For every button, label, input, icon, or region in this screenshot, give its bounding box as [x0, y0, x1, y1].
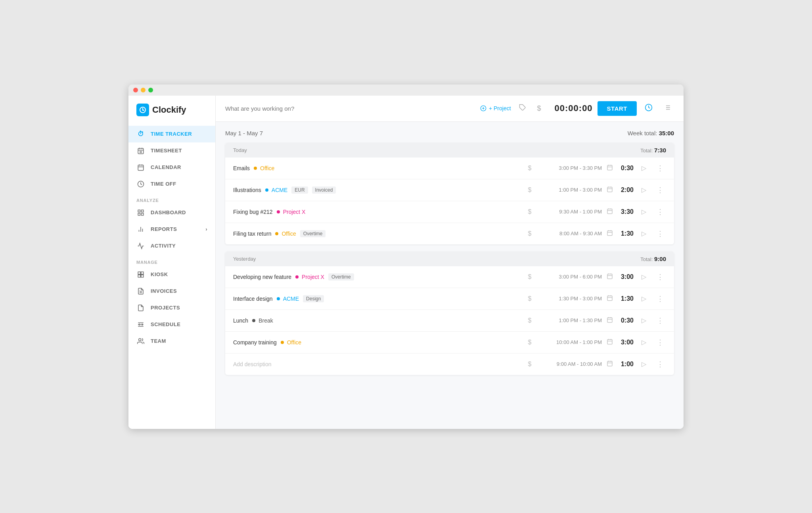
project-name: Project X	[283, 209, 306, 215]
svg-rect-13	[138, 213, 140, 215]
play-button[interactable]: ▷	[638, 228, 649, 239]
sidebar-item-invoices[interactable]: INVOICES	[128, 283, 215, 300]
reports-chevron-icon: ›	[206, 227, 208, 232]
play-button[interactable]: ▷	[638, 337, 649, 348]
sidebar-item-timesheet[interactable]: TIMESHEET	[128, 142, 215, 159]
dollar-icon: $	[526, 317, 534, 324]
play-button[interactable]: ▷	[638, 359, 649, 369]
analyze-section-label: ANALYZE	[128, 192, 215, 204]
entry-duration: 3:30	[618, 208, 634, 215]
timesheet-icon	[136, 146, 145, 155]
calendar-icon[interactable]	[607, 295, 613, 302]
project-name: Project X	[302, 274, 324, 280]
sidebar-item-projects[interactable]: PROJECTS	[128, 300, 215, 316]
yesterday-header: Yesterday Total: 9:00	[225, 252, 674, 266]
more-options-button[interactable]: ⋮	[654, 206, 666, 218]
more-options-button[interactable]: ⋮	[654, 293, 666, 305]
play-button[interactable]: ▷	[638, 184, 649, 195]
close-dot[interactable]	[133, 88, 138, 92]
sidebar-item-activity[interactable]: ACTIVITY	[128, 238, 215, 254]
tag-badge: EUR	[291, 186, 308, 194]
calendar-icon[interactable]	[607, 208, 613, 215]
tag-badge: Overtime	[328, 273, 354, 281]
billable-button[interactable]: $	[534, 103, 544, 114]
sidebar-label-activity: ACTIVITY	[151, 243, 176, 249]
entry-desc-text: Filing tax return	[233, 231, 271, 237]
entry-description: Emails Office	[233, 165, 521, 171]
sidebar-label-time-tracker: TIME TRACKER	[151, 131, 192, 137]
sidebar-item-kiosk[interactable]: KIOSK	[128, 266, 215, 283]
entry-time-range: 9:00 AM - 10:00 AM	[538, 361, 602, 367]
svg-rect-43	[607, 187, 612, 192]
options-button[interactable]	[661, 102, 674, 115]
app-body: Clockify ⏱ TIME TRACKER TIMESHEET CALEND…	[128, 96, 684, 429]
sidebar-label-reports: REPORTS	[151, 226, 177, 232]
minimize-dot[interactable]	[141, 88, 146, 92]
calendar-icon[interactable]	[607, 273, 613, 281]
team-icon	[136, 337, 145, 346]
add-project-button[interactable]: + Project	[480, 105, 511, 111]
svg-rect-55	[607, 274, 612, 279]
entry-row: Developing new feature Project X Overtim…	[225, 266, 674, 288]
project-name: Office	[260, 165, 274, 171]
maximize-dot[interactable]	[148, 88, 153, 92]
more-options-button[interactable]: ⋮	[654, 271, 666, 283]
task-description-input[interactable]	[225, 105, 475, 112]
project-name: Office	[282, 231, 296, 237]
entry-duration: 1:30	[618, 295, 634, 302]
more-options-button[interactable]: ⋮	[654, 358, 666, 370]
add-description-placeholder: Add description	[233, 361, 272, 367]
sidebar-item-time-tracker[interactable]: ⏱ TIME TRACKER	[128, 126, 215, 142]
time-off-icon	[136, 180, 145, 188]
project-dot	[277, 297, 280, 300]
svg-rect-67	[607, 340, 612, 344]
play-button[interactable]: ▷	[638, 163, 649, 173]
svg-rect-6	[138, 165, 144, 171]
sidebar-item-time-off[interactable]: TIME OFF	[128, 176, 215, 192]
play-button[interactable]: ▷	[638, 293, 649, 304]
tag-badge: Design	[303, 295, 324, 302]
sidebar: Clockify ⏱ TIME TRACKER TIMESHEET CALEND…	[128, 96, 216, 429]
play-button[interactable]: ▷	[638, 315, 649, 326]
entry-desc-text: Illustrations	[233, 187, 261, 193]
svg-rect-51	[607, 231, 612, 236]
sidebar-item-reports[interactable]: REPORTS ›	[128, 221, 215, 238]
time-entries-content: May 1 - May 7 Week total: 35:00 Today To…	[216, 122, 684, 429]
sidebar-item-schedule[interactable]: SCHEDULE	[128, 316, 215, 333]
calendar-icon	[136, 163, 145, 172]
calendar-icon[interactable]	[607, 230, 613, 237]
entry-description: Company training Office	[233, 339, 521, 346]
calendar-icon[interactable]	[607, 360, 613, 368]
calendar-icon[interactable]	[607, 164, 613, 172]
calendar-icon[interactable]	[607, 317, 613, 324]
today-header: Today Total: 7:30	[225, 143, 674, 158]
dollar-icon: $	[526, 186, 534, 194]
sidebar-label-kiosk: KIOSK	[151, 271, 168, 277]
today-section: Today Total: 7:30 Emails Office	[225, 143, 674, 244]
sidebar-item-calendar[interactable]: CALENDAR	[128, 159, 215, 176]
timer-mode-button[interactable]	[642, 102, 656, 115]
dollar-icon: $	[526, 361, 534, 368]
project-dot	[275, 232, 278, 235]
more-options-button[interactable]: ⋮	[654, 162, 666, 174]
entry-desc-text: Company training	[233, 339, 277, 346]
more-options-button[interactable]: ⋮	[654, 315, 666, 327]
more-options-button[interactable]: ⋮	[654, 184, 666, 196]
sidebar-item-dashboard[interactable]: DASHBOARD	[128, 204, 215, 221]
sidebar-label-invoices: INVOICES	[151, 288, 177, 294]
logo: Clockify	[128, 104, 215, 126]
sidebar-item-team[interactable]: TEAM	[128, 333, 215, 350]
more-options-button[interactable]: ⋮	[654, 228, 666, 240]
entry-desc-text: Lunch	[233, 317, 248, 324]
more-options-button[interactable]: ⋮	[654, 336, 666, 348]
play-button[interactable]: ▷	[638, 206, 649, 217]
entry-time-range: 3:00 PM - 6:00 PM	[538, 274, 602, 280]
play-button[interactable]: ▷	[638, 271, 649, 282]
activity-icon	[136, 242, 145, 250]
entry-time-range: 1:00 PM - 1:30 PM	[538, 317, 602, 323]
tag-button[interactable]	[516, 102, 529, 115]
week-header: May 1 - May 7 Week total: 35:00	[225, 130, 674, 136]
calendar-icon[interactable]	[607, 338, 613, 346]
start-button[interactable]: START	[598, 101, 637, 116]
calendar-icon[interactable]	[607, 186, 613, 194]
